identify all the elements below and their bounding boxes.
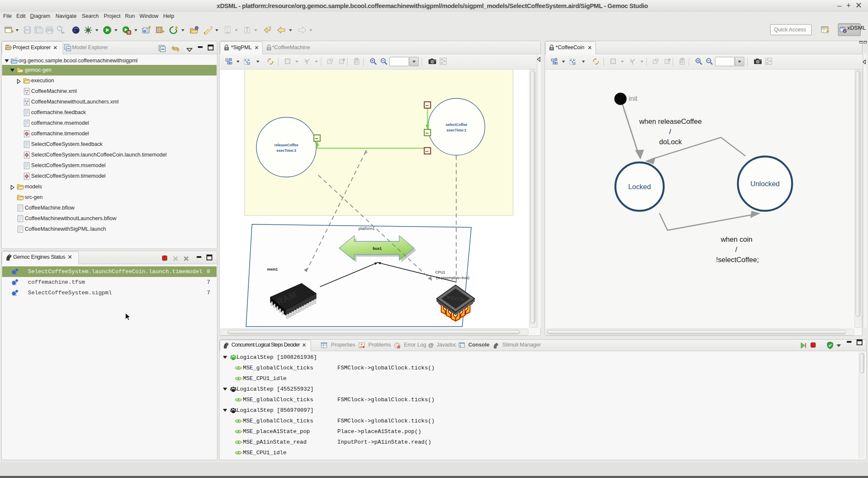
svg-text:doLock: doLock	[659, 138, 682, 146]
svg-text:Locked: Locked	[628, 183, 651, 191]
svg-text:!selectCoffee;: !selectCoffee;	[716, 256, 759, 264]
svg-text:6: 6	[365, 150, 367, 154]
svg-text:execTime:1: execTime:1	[447, 128, 467, 132]
svg-text:releaseCoffee: releaseCoffee	[274, 143, 298, 147]
svg-text:Unlocked: Unlocked	[750, 180, 779, 188]
svg-text:bus1: bus1	[373, 246, 381, 251]
svg-text:/: /	[735, 246, 737, 254]
svg-text:platform1: platform1	[359, 226, 375, 231]
svg-text:selectCoffee: selectCoffee	[445, 123, 467, 127]
svg-text:G: G	[143, 29, 146, 33]
svg-text:/: /	[669, 128, 671, 136]
svg-text:when releaseCoffee: when releaseCoffee	[639, 117, 701, 126]
svg-text:CPU1: CPU1	[435, 270, 445, 274]
svg-text:mem1: mem1	[267, 267, 278, 271]
svg-text:when coin: when coin	[721, 235, 753, 243]
svg-text:(is preemptive=true): (is preemptive=true)	[436, 276, 470, 280]
svg-text:execTime:3: execTime:3	[276, 148, 296, 153]
svg-text:init: init	[629, 95, 638, 103]
